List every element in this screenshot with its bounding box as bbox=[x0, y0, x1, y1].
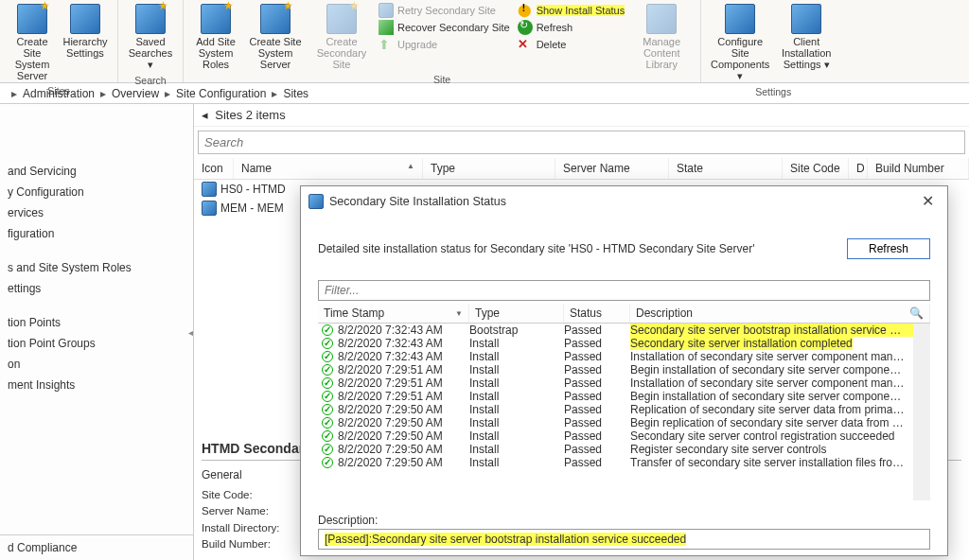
log-row[interactable]: ✓8/2/2020 7:29:50 AMInstallPassedBegin r… bbox=[318, 416, 913, 429]
log-row[interactable]: ✓8/2/2020 7:29:50 AMInstallPassedRegiste… bbox=[318, 443, 913, 456]
column-header[interactable]: Name▲ bbox=[234, 158, 423, 179]
install-status-dialog: Secondary Site Installation Status ✕ Det… bbox=[300, 185, 948, 556]
recover-icon bbox=[379, 20, 394, 35]
sort-icon: ▲ bbox=[407, 162, 414, 175]
grid-header: Icon Name▲ Type Server Name State Site C… bbox=[194, 158, 969, 180]
server-icon bbox=[17, 4, 47, 34]
search-icon bbox=[135, 4, 166, 34]
close-button[interactable]: ✕ bbox=[916, 192, 940, 210]
search-input[interactable] bbox=[198, 131, 965, 154]
server-icon bbox=[260, 4, 291, 34]
sort-icon: ▼ bbox=[455, 309, 463, 318]
column-header[interactable]: Icon bbox=[194, 158, 234, 179]
column-header[interactable]: Description🔍 bbox=[630, 304, 930, 323]
nav-item[interactable]: y Configuration bbox=[0, 182, 193, 202]
ribbon-group-sites: Create Site System Server Hierarchy Sett… bbox=[0, 0, 118, 82]
log-row[interactable]: ✓8/2/2020 7:29:51 AMInstallPassedBegin i… bbox=[318, 363, 913, 376]
ribbon-group-site: Add Site System Roles Create Site System… bbox=[184, 0, 701, 82]
refresh-button[interactable]: Refresh bbox=[514, 19, 629, 36]
dialog-body: Detailed site installation status for Se… bbox=[301, 216, 947, 510]
log-body[interactable]: ▲ ▼ ✓8/2/2020 7:32:43 AMBootstrapPassedS… bbox=[318, 324, 930, 500]
breadcrumb-item[interactable]: Site Configuration bbox=[176, 87, 266, 100]
nav-item[interactable]: tion Point Groups bbox=[0, 333, 193, 354]
log-header: Time Stamp▼ Type Status Description🔍 bbox=[318, 304, 930, 324]
ribbon-group-label: Settings bbox=[707, 84, 839, 99]
client-icon bbox=[791, 4, 821, 34]
content-header: ◂ Sites 2 items bbox=[194, 104, 969, 127]
column-header[interactable]: Type bbox=[423, 158, 555, 179]
breadcrumb-item[interactable]: Overview bbox=[112, 87, 159, 100]
hierarchy-icon bbox=[70, 4, 100, 34]
nav-item[interactable]: ettings bbox=[0, 278, 193, 299]
dialog-title-text: Secondary Site Installation Status bbox=[329, 195, 506, 208]
search-box[interactable] bbox=[198, 131, 965, 154]
column-header[interactable]: Build Number bbox=[868, 158, 969, 179]
upgrade-button[interactable]: Upgrade bbox=[375, 36, 514, 53]
library-icon bbox=[646, 4, 677, 34]
nav-item[interactable]: s and Site System Roles bbox=[0, 257, 193, 278]
ribbon-group-search: Saved Searches ▾ Search bbox=[118, 0, 184, 82]
add-site-system-roles-button[interactable]: Add Site System Roles bbox=[189, 2, 242, 72]
column-header[interactable]: Time Stamp▼ bbox=[318, 304, 469, 323]
column-header[interactable]: D bbox=[849, 158, 868, 179]
log-row[interactable]: ✓8/2/2020 7:29:50 AMInstallPassedSeconda… bbox=[318, 429, 913, 443]
log-row[interactable]: ✓8/2/2020 7:29:50 AMInstallPassedTransfe… bbox=[318, 456, 913, 469]
ribbon-group-settings: Configure Site Components ▾ Client Insta… bbox=[701, 0, 845, 82]
column-header[interactable]: Type bbox=[469, 304, 564, 323]
nav-item[interactable]: tion Points bbox=[0, 312, 193, 333]
description-label: Description: bbox=[318, 514, 378, 527]
dialog-refresh-button[interactable]: Refresh bbox=[847, 238, 930, 259]
log-row[interactable]: ✓8/2/2020 7:29:50 AMInstallPassedReplica… bbox=[318, 403, 913, 416]
nav-item[interactable]: ervices bbox=[0, 202, 193, 223]
nav-item[interactable]: and Servicing bbox=[0, 161, 193, 182]
dialog-desc: Detailed site installation status for Se… bbox=[318, 238, 930, 259]
breadcrumb-item[interactable]: Administration bbox=[23, 87, 95, 100]
saved-searches-button[interactable]: Saved Searches ▾ bbox=[124, 2, 177, 73]
log-row[interactable]: ✓8/2/2020 7:32:43 AMInstallPassedSeconda… bbox=[318, 337, 913, 350]
log-row[interactable]: ✓8/2/2020 7:29:51 AMInstallPassedBegin i… bbox=[318, 390, 913, 403]
scroll-down[interactable]: ▼ bbox=[913, 483, 930, 500]
column-header[interactable]: Site Code bbox=[783, 158, 849, 179]
dialog-footer: Description: [Passed]:Secondary site ser… bbox=[301, 510, 947, 555]
delete-icon bbox=[518, 37, 533, 52]
nav-tree[interactable]: and Servicing y Configuration ervices fi… bbox=[0, 104, 194, 560]
refresh-icon bbox=[518, 20, 533, 35]
warn-icon bbox=[518, 3, 533, 18]
dialog-titlebar[interactable]: Secondary Site Installation Status ✕ bbox=[301, 186, 947, 216]
retry-secondary-site-button[interactable]: Retry Secondary Site bbox=[375, 2, 514, 19]
manage-content-library-button[interactable]: Manage Content Library bbox=[628, 2, 695, 72]
recover-secondary-site-button[interactable]: Recover Secondary Site bbox=[375, 19, 514, 36]
create-site-system-server-button[interactable]: Create Site System Server bbox=[6, 2, 59, 83]
nav-item[interactable]: figuration bbox=[0, 223, 193, 244]
log-row[interactable]: ✓8/2/2020 7:32:43 AMInstallPassedInstall… bbox=[318, 350, 913, 363]
site-icon bbox=[326, 4, 357, 34]
description-box[interactable]: [Passed]:Secondary site server bootstrap… bbox=[318, 529, 930, 550]
upgrade-icon bbox=[379, 37, 394, 52]
roles-icon bbox=[201, 4, 231, 34]
delete-button[interactable]: Delete bbox=[514, 36, 629, 53]
column-header[interactable]: Status bbox=[564, 304, 630, 323]
log-row[interactable]: ✓8/2/2020 7:29:51 AMInstallPassedInstall… bbox=[318, 376, 913, 390]
show-install-status-button[interactable]: Show Install Status bbox=[514, 2, 629, 19]
nav-bottom[interactable]: d Compliance bbox=[0, 534, 193, 560]
nav-item[interactable]: ment Insights bbox=[0, 375, 193, 395]
splitter[interactable]: ◂ bbox=[187, 104, 193, 560]
scroll-up[interactable]: ▲ bbox=[913, 324, 930, 341]
column-header[interactable]: Server Name bbox=[555, 158, 669, 179]
log-row[interactable]: ✓8/2/2020 7:32:43 AMBootstrapPassedSecon… bbox=[318, 324, 913, 337]
hierarchy-settings-button[interactable]: Hierarchy Settings bbox=[59, 2, 112, 61]
ribbon-group-label: Site bbox=[189, 72, 695, 87]
breadcrumb-item[interactable]: Sites bbox=[283, 87, 308, 100]
column-header[interactable]: State bbox=[669, 158, 783, 179]
client-installation-settings-button[interactable]: Client Installation Settings ▾ bbox=[773, 2, 839, 73]
filter-input[interactable] bbox=[318, 280, 930, 301]
retry-icon bbox=[379, 3, 394, 18]
site-icon bbox=[202, 201, 217, 216]
filter-box[interactable] bbox=[318, 280, 930, 301]
nav-item[interactable]: on bbox=[0, 354, 193, 375]
create-site-system-server-2-button[interactable]: Create Site System Server bbox=[242, 2, 308, 72]
configure-site-components-button[interactable]: Configure Site Components ▾ bbox=[707, 2, 773, 84]
create-secondary-site-button[interactable]: Create Secondary Site bbox=[308, 2, 375, 72]
ribbon: Create Site System Server Hierarchy Sett… bbox=[0, 0, 969, 83]
components-icon bbox=[725, 4, 755, 34]
